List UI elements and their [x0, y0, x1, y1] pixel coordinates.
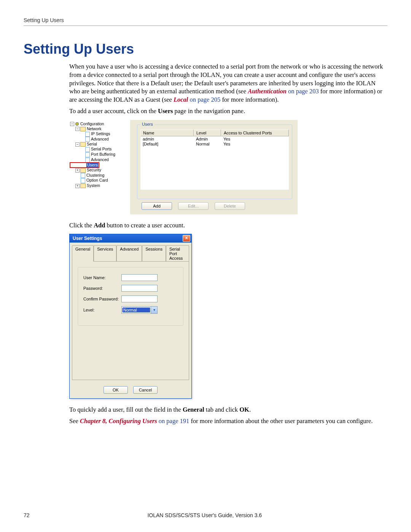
instruction-add-user-page: To add a user account, click on the User… — [69, 107, 384, 115]
users-groupbox: Users Name Level Access to Clustered Por… — [137, 125, 292, 199]
tree-clustering[interactable]: Clustering — [86, 173, 104, 177]
confirm-password-label: Confirm Password: — [83, 297, 121, 301]
tab-advanced[interactable]: Advanced — [116, 245, 142, 262]
cell-acp: Yes — [221, 137, 289, 141]
password-label: Password: — [83, 286, 121, 291]
tree-serial-ports[interactable]: Serial Ports — [91, 147, 112, 151]
general-group: User Name: Password: Confirm Password: L… — [78, 267, 183, 326]
level-combobox[interactable]: Normal ▾ — [121, 306, 158, 314]
tree-option-card[interactable]: Option Card — [86, 178, 108, 182]
col-header-level[interactable]: Level — [194, 129, 221, 136]
tree-serial[interactable]: Serial — [87, 142, 97, 146]
page-icon — [85, 137, 90, 142]
table-row[interactable]: [Default] Normal Yes — [140, 141, 289, 146]
tree-configuration[interactable]: Configuration — [80, 121, 104, 126]
running-header: Setting Up Users — [24, 17, 387, 26]
close-button[interactable]: × — [183, 235, 190, 242]
table-row[interactable]: admin Admin Yes — [140, 136, 289, 141]
expand-icon[interactable]: + — [75, 168, 80, 173]
text: tab and click — [204, 406, 240, 413]
username-label: User Name: — [83, 275, 121, 280]
link-local-page[interactable]: on page 205 — [188, 96, 220, 103]
screenshot-user-settings-dialog: User Settings × General Services Advance… — [69, 234, 192, 399]
dialog-tabstrip: General Services Advanced Sessions Seria… — [70, 243, 191, 261]
col-header-name[interactable]: Name — [140, 129, 194, 136]
page-heading: Setting Up Users — [24, 41, 387, 57]
text: . — [249, 406, 251, 413]
instruction-click-add: Click the Add button to create a user ac… — [69, 221, 384, 230]
dialog-tabpage: User Name: Password: Confirm Password: L… — [72, 261, 189, 380]
tree-users-selected[interactable]: Users — [70, 163, 99, 168]
ok-button[interactable]: OK — [104, 386, 128, 394]
users-panel: Users Name Level Access to Clustered Por… — [134, 122, 295, 212]
nav-tree[interactable]: −Configuration −Network IP Settings Adva… — [69, 120, 130, 214]
tree-users-label: Users — [86, 163, 98, 167]
add-button[interactable]: Add — [142, 202, 172, 210]
confirm-password-input[interactable] — [121, 296, 158, 302]
users-table-body[interactable]: admin Admin Yes [Default] Normal Yes — [140, 136, 289, 190]
page-footer: 72 IOLAN SDS/SCS/STS User's Guide, Versi… — [24, 512, 387, 518]
tree-serial-advanced[interactable]: Advanced — [91, 157, 109, 162]
bold-users: Users — [158, 107, 173, 115]
page-icon — [81, 178, 85, 183]
tab-sessions[interactable]: Sessions — [142, 245, 166, 262]
cancel-button[interactable]: Cancel — [133, 386, 158, 394]
text: See — [69, 417, 80, 425]
page-number: 72 — [24, 512, 30, 518]
footer-guide: IOLAN SDS/SCS/STS User's Guide, Version … — [30, 512, 380, 518]
bold-add: Add — [94, 222, 105, 229]
users-table-header: Name Level Access to Clustered Ports — [137, 129, 292, 136]
delete-button[interactable]: Delete — [215, 202, 245, 210]
text: for more information about the other use… — [189, 417, 373, 425]
tree-network[interactable]: Network — [87, 126, 102, 131]
text: button to create a user account. — [105, 222, 185, 229]
text: for more information). — [220, 96, 279, 103]
link-chapter8-page[interactable]: on page 191 — [157, 417, 190, 425]
chevron-down-icon[interactable]: ▾ — [151, 307, 157, 313]
link-chapter8[interactable]: Chapter 8, Configuring Users — [80, 417, 157, 425]
link-local[interactable]: Local — [174, 96, 188, 103]
password-input[interactable] — [121, 285, 158, 292]
screenshot-users-list: −Configuration −Network IP Settings Adva… — [69, 120, 298, 214]
page-icon — [85, 132, 90, 137]
link-authentication-page[interactable]: on page 203 — [287, 88, 319, 95]
dialog-title: User Settings — [73, 236, 102, 241]
tree-network-advanced[interactable]: Advanced — [91, 137, 109, 141]
dialog-titlebar[interactable]: User Settings × — [70, 234, 191, 243]
bold-general: General — [183, 406, 204, 413]
page-icon — [81, 163, 85, 168]
cell-name: [Default] — [140, 142, 194, 146]
page-icon — [85, 147, 90, 152]
see-also-paragraph: See Chapter 8, Configuring Users on page… — [69, 417, 384, 425]
collapse-icon[interactable]: − — [75, 127, 80, 131]
bold-ok: OK — [239, 406, 249, 413]
edit-button[interactable]: Edit... — [178, 202, 209, 210]
expand-icon[interactable]: + — [75, 184, 80, 188]
tree-system[interactable]: System — [87, 183, 100, 188]
instruction-general-tab: To quickly add a user, fill out the fiel… — [69, 406, 384, 414]
groupbox-title: Users — [140, 122, 155, 126]
intro-paragraph: When you have a user who is accessing a … — [69, 62, 384, 104]
tree-ip-settings[interactable]: IP Settings — [91, 131, 110, 136]
tab-services[interactable]: Services — [94, 245, 116, 262]
tab-general[interactable]: General — [72, 245, 94, 262]
link-authentication[interactable]: Authentication — [248, 88, 287, 95]
gear-icon — [75, 122, 79, 126]
cell-level: Normal — [194, 142, 221, 146]
tab-serial-port-access[interactable]: Serial Port Access — [166, 245, 189, 262]
collapse-icon[interactable]: − — [75, 142, 80, 147]
level-selected-value: Normal — [122, 307, 150, 313]
folder-icon — [80, 142, 86, 147]
tree-security[interactable]: Security — [87, 168, 101, 172]
text: To add a user account, click on the — [69, 107, 158, 115]
username-input[interactable] — [121, 274, 158, 281]
tree-port-buffering[interactable]: Port Buffering — [91, 152, 115, 157]
folder-icon — [80, 127, 86, 131]
collapse-icon[interactable]: − — [70, 122, 74, 126]
page-icon — [85, 158, 90, 163]
cell-name: admin — [140, 137, 194, 141]
col-header-acp[interactable]: Access to Clustered Ports — [221, 129, 289, 136]
folder-icon — [80, 184, 86, 188]
cell-acp: Yes — [221, 142, 289, 146]
cell-level: Admin — [194, 137, 221, 141]
